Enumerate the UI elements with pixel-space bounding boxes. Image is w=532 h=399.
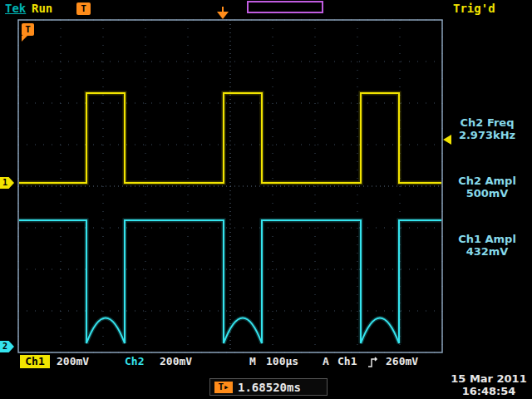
measurement-ch2-ampl: Ch2 Ampl 500mV: [446, 175, 528, 200]
ch1-volts-per-div: 200mV: [57, 355, 89, 368]
ch1-ground-marker: 1: [0, 177, 14, 189]
measurement-value: 500mV: [446, 187, 528, 200]
trigger-position-marker-icon: [217, 12, 229, 19]
trigger-time-flag-tail-icon: [22, 36, 27, 42]
ch1-scale-badge: Ch1: [20, 355, 50, 368]
date-text: 15 Mar 2011: [447, 372, 530, 385]
measurement-ch2-freq: Ch2 Freq 2.973kHz: [446, 116, 528, 141]
time-text: 16:48:54: [447, 385, 530, 397]
measurement-label: Ch1 Ampl: [446, 233, 528, 245]
trigger-t-badge-icon: T: [76, 2, 91, 15]
ch2-volts-per-div: 200mV: [160, 355, 192, 368]
waveform-display: [0, 0, 532, 399]
measurement-value: 2.973kHz: [446, 129, 528, 141]
ch2-ground-marker: 2: [0, 341, 14, 352]
trigger-time-badge-icon: T▸: [214, 382, 233, 393]
trigger-status: Trig'd: [453, 2, 495, 15]
measurement-label: Ch2 Ampl: [446, 175, 528, 187]
timebase-label: M: [249, 355, 256, 368]
acquisition-status: Run: [32, 2, 52, 15]
trigger-time-flag: T: [22, 23, 34, 36]
trigger-time-readout: T▸ 1.68520ms: [209, 378, 328, 396]
trigger-mode-label: A: [323, 355, 329, 368]
tek-logo: Tek: [5, 2, 26, 15]
menu-box: [247, 1, 323, 13]
datetime-display: 15 Mar 2011 16:48:54: [447, 372, 530, 397]
trigger-level-value: 260mV: [386, 355, 418, 368]
trigger-time-value: 1.68520ms: [238, 381, 301, 394]
ch2-scale-label: Ch2: [125, 355, 144, 368]
rising-edge-icon: [367, 356, 378, 372]
measurement-value: 432mV: [446, 245, 528, 258]
measurement-label: Ch2 Freq: [446, 116, 528, 129]
measurement-ch1-ampl: Ch1 Ampl 432mV: [446, 233, 528, 258]
timebase-value: 100µs: [266, 355, 298, 368]
oscilloscope-screen: Tek Run T Trig'd T 1 2 Ch2 Freq 2.973kHz…: [0, 0, 532, 399]
trigger-source: Ch1: [337, 355, 357, 368]
